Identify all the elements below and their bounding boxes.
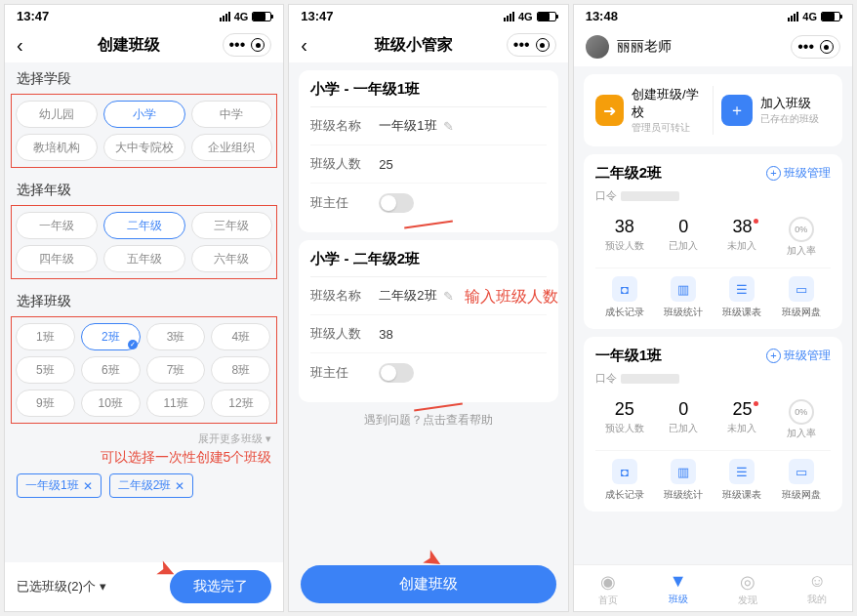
growth-record-button[interactable]: ◘成长记录	[595, 276, 654, 319]
section-class-label: 选择班级	[5, 285, 283, 314]
grade-option[interactable]: 一年级	[16, 212, 98, 239]
person-icon: ☺	[783, 571, 852, 592]
section-grade-label: 选择年级	[5, 174, 283, 203]
signal-icon	[220, 12, 230, 21]
battery-icon	[537, 12, 556, 21]
class-option[interactable]: 9班	[16, 390, 75, 417]
divider	[713, 86, 714, 135]
disk-button[interactable]: ▭班级网盘	[772, 276, 831, 319]
content: 选择学段 幼儿园 小学 中学 教培机构 大中专院校 企业组织 选择年级 一年级 …	[5, 62, 283, 562]
create-school-button[interactable]: ➜ 创建班级/学校管理员可转让	[595, 86, 705, 135]
mini-program-capsule[interactable]: •••	[507, 33, 556, 57]
back-icon[interactable]: ‹	[17, 34, 36, 57]
expand-more[interactable]: 展开更多班级 ▾	[5, 430, 283, 448]
stat-preset: 25预设人数	[595, 399, 654, 440]
stats-icon: ▥	[671, 459, 696, 484]
class-option[interactable]: 7班	[146, 356, 206, 384]
schedule-icon: ☰	[729, 459, 755, 484]
teacher-toggle[interactable]	[379, 363, 414, 383]
remove-icon[interactable]: ✕	[175, 479, 184, 493]
done-button[interactable]: 我选完了	[170, 570, 271, 603]
grade-option[interactable]: 三年级	[191, 212, 273, 239]
edit-icon[interactable]: ✎	[443, 119, 454, 134]
close-target-icon[interactable]	[251, 38, 265, 52]
content: 小学 - 一年级1班 班级名称 一年级1班✎ 班级人数 25 班主任 小学 - …	[289, 62, 567, 557]
time: 13:47	[301, 9, 333, 23]
tab-discover[interactable]: ◎发现	[713, 571, 782, 607]
class-stats-button[interactable]: ▥班级统计	[654, 276, 713, 319]
stats-row: 38预设人数 0已加入 38未加入 0%加入率	[595, 211, 831, 267]
action-card: ➜ 创建班级/学校管理员可转让 ＋ 加入班级已存在的班级	[584, 74, 842, 146]
disk-button[interactable]: ▭班级网盘	[772, 459, 831, 502]
grade-option[interactable]: 四年级	[16, 245, 98, 272]
growth-record-button[interactable]: ◘成长记录	[595, 459, 654, 502]
selected-tag[interactable]: 一年级1班✕	[17, 473, 102, 498]
edit-icon[interactable]: ✎	[443, 289, 454, 304]
class-option[interactable]: 3班	[146, 323, 206, 350]
class-option[interactable]: 2班✓	[81, 323, 141, 350]
close-target-icon[interactable]	[536, 38, 550, 52]
class-option[interactable]: 8班	[211, 356, 270, 384]
card-title: 小学 - 二年级2班	[310, 250, 546, 277]
class-option[interactable]: 6班	[81, 356, 141, 384]
count-input[interactable]: 25	[379, 157, 392, 172]
class-option[interactable]: 1班	[16, 323, 75, 350]
stage-option[interactable]: 大中专院校	[103, 134, 185, 161]
selected-tag[interactable]: 二年级2班✕	[109, 473, 194, 498]
tab-class[interactable]: ▼班级	[643, 571, 713, 607]
class-option[interactable]: 11班	[146, 390, 206, 417]
alert-dot-icon	[754, 401, 758, 406]
stage-option[interactable]: 幼儿园	[16, 101, 98, 128]
phone-class-manager: 13:47 4G ‹ 班级小管家 ••• 小学 - 一年级1班 班级名称 一年级…	[288, 4, 568, 612]
stage-box: 幼儿园 小学 中学 教培机构 大中专院校 企业组织	[11, 94, 277, 168]
stage-option[interactable]: 中学	[191, 101, 273, 128]
more-icon[interactable]: •••	[797, 38, 814, 56]
plus-icon: +	[766, 349, 781, 363]
compass-icon: ◎	[713, 571, 782, 593]
close-target-icon[interactable]	[820, 40, 834, 54]
mini-program-capsule[interactable]: •••	[791, 35, 840, 59]
class-option[interactable]: 10班	[81, 390, 141, 417]
tab-home[interactable]: ◉首页	[574, 571, 643, 607]
count-input[interactable]: 38	[379, 327, 392, 342]
schedule-button[interactable]: ☰班级课表	[713, 459, 771, 502]
manage-button[interactable]: +班级管理	[766, 348, 831, 364]
schedule-button[interactable]: ☰班级课表	[713, 276, 771, 319]
tab-me[interactable]: ☺我的	[783, 571, 852, 607]
shield-icon: ▼	[643, 571, 713, 592]
join-class-button[interactable]: ＋ 加入班级已存在的班级	[721, 86, 831, 135]
avatar	[586, 35, 609, 59]
back-icon[interactable]: ‹	[301, 34, 320, 57]
grade-option[interactable]: 五年级	[103, 245, 185, 272]
class-option[interactable]: 4班	[211, 323, 270, 350]
manage-button[interactable]: +班级管理	[766, 165, 831, 182]
more-icon[interactable]: •••	[229, 36, 246, 54]
stage-option[interactable]: 教培机构	[16, 134, 98, 161]
class-option[interactable]: 12班	[211, 390, 270, 417]
teacher-row: 班主任	[310, 353, 546, 392]
status-right: 4G	[788, 11, 840, 22]
teacher-toggle[interactable]	[379, 193, 414, 213]
class-stats-button[interactable]: ▥班级统计	[654, 459, 713, 502]
battery-icon	[252, 12, 271, 21]
status-bar: 13:48 4G	[574, 5, 852, 27]
teacher-header[interactable]: 丽丽老师 •••	[574, 27, 852, 66]
class-option[interactable]: 5班	[16, 356, 75, 384]
selected-count[interactable]: 已选班级(2)个 ▾	[17, 578, 106, 595]
mini-program-capsule[interactable]: •••	[223, 33, 272, 57]
stage-option[interactable]: 企业组织	[191, 134, 273, 161]
class-name: 一年级1班	[595, 347, 662, 365]
phone-create-class: 13:47 4G ‹ 创建班级 ••• 选择学段 幼儿园 小学 中学 教培机构 …	[4, 4, 284, 612]
nav-bar: ‹ 班级小管家 •••	[289, 27, 567, 62]
code-value	[621, 374, 679, 384]
disk-icon: ▭	[789, 459, 814, 484]
grade-option[interactable]: 二年级	[103, 212, 185, 239]
tab-bar: ◉首页 ▼班级 ◎发现 ☺我的	[574, 564, 852, 611]
stat-preset: 38预设人数	[595, 217, 654, 258]
stage-option[interactable]: 小学	[103, 101, 185, 128]
icon-row: ◘成长记录 ▥班级统计 ☰班级课表 ▭班级网盘	[595, 267, 831, 319]
more-icon[interactable]: •••	[513, 36, 530, 54]
class-card: 一年级1班 +班级管理 口令 25预设人数 0已加入 25未加入 0%加入率 ◘…	[584, 337, 842, 512]
remove-icon[interactable]: ✕	[83, 479, 93, 493]
grade-option[interactable]: 六年级	[191, 245, 273, 272]
